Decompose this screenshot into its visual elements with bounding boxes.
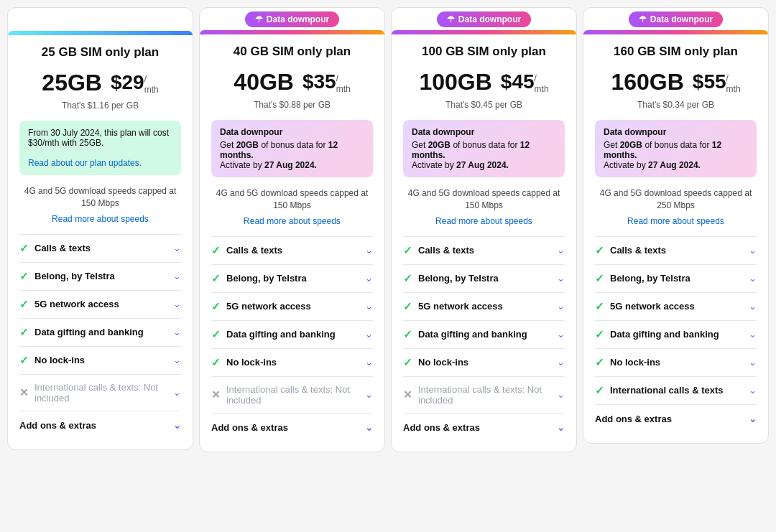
data-amount: 25GB <box>42 70 102 96</box>
feature-left: ✓ Calls & texts <box>211 244 282 257</box>
feature-label: Belong, by Telstra <box>418 273 499 284</box>
feature-item: ✓ Belong, by Telstra ⌄ <box>19 263 181 291</box>
chevron-down-icon[interactable]: ⌄ <box>365 273 373 284</box>
feature-left: ✓ 5G network access <box>595 300 695 313</box>
speed-link[interactable]: Read more about speeds <box>595 216 757 226</box>
addon-chevron-icon[interactable]: ⌄ <box>749 414 757 424</box>
chevron-down-icon[interactable]: ⌄ <box>365 301 373 312</box>
chevron-down-icon[interactable]: ⌄ <box>173 299 181 309</box>
chevron-down-icon[interactable]: ⌄ <box>749 273 757 284</box>
feature-left: ✓ 5G network access <box>211 300 311 313</box>
chevron-down-icon[interactable]: ⌄ <box>365 245 373 256</box>
speed-link[interactable]: Read more about speeds <box>403 216 565 226</box>
chevron-down-icon[interactable]: ⌄ <box>557 273 565 284</box>
plan-card-25gb: 25 GB SIM only plan 25GB $29 /mth That's… <box>7 7 193 450</box>
badge-container: ☂ Data downpour <box>583 8 768 31</box>
chevron-down-icon[interactable]: ⌄ <box>365 329 373 340</box>
addon-row[interactable]: Add ons & extras ⌄ <box>19 411 181 439</box>
check-icon: ✓ <box>595 356 604 369</box>
x-icon: ✕ <box>211 388 221 401</box>
promo-activate: Activate by 27 Aug 2024. <box>412 160 556 170</box>
chevron-down-icon[interactable]: ⌄ <box>173 327 181 337</box>
feature-left: ✓ Calls & texts <box>403 244 474 257</box>
feature-item: ✓ No lock-ins ⌄ <box>403 349 565 377</box>
chevron-down-icon[interactable]: ⌄ <box>749 329 757 340</box>
x-icon: ✕ <box>19 386 29 399</box>
chevron-down-icon[interactable]: ⌄ <box>173 243 181 253</box>
feature-item: ✓ 5G network access ⌄ <box>403 293 565 321</box>
price-row: 40GB $35 /mth <box>211 69 373 95</box>
check-icon: ✓ <box>211 244 221 257</box>
promo-title: Data downpour <box>220 127 364 137</box>
promo-title: Data downpour <box>604 127 748 137</box>
feature-left: ✕ International calls & texts: Not inclu… <box>19 382 173 403</box>
feature-left: ✓ 5G network access <box>19 298 119 311</box>
feature-item: ✓ Data gifting and banking ⌄ <box>19 319 181 347</box>
feature-item: ✕ International calls & texts: Not inclu… <box>403 377 565 414</box>
feature-label: International calls & texts: Not include… <box>226 384 365 406</box>
plan-card-100gb: ☂ Data downpour 100 GB SIM only plan 100… <box>391 7 577 452</box>
badge-container: ☂ Data downpour <box>200 8 384 31</box>
feature-left: ✓ Calls & texts <box>595 244 666 257</box>
features-list: ✓ Calls & texts ⌄ ✓ Belong, by Telstra ⌄… <box>19 234 181 411</box>
data-amount: 40GB <box>234 69 294 95</box>
plan-updates-link[interactable]: Read about our plan updates. <box>28 158 142 168</box>
speed-link[interactable]: Read more about speeds <box>211 216 373 226</box>
price-block: $45 /mth <box>501 70 549 94</box>
feature-left: ✓ Data gifting and banking <box>19 326 144 339</box>
feature-left: ✓ 5G network access <box>403 300 503 313</box>
feature-label: Data gifting and banking <box>226 329 336 340</box>
chevron-down-icon[interactable]: ⌄ <box>557 245 565 256</box>
plan-card-160gb: ☂ Data downpour 160 GB SIM only plan 160… <box>583 7 769 444</box>
feature-label: 5G network access <box>226 301 311 312</box>
chevron-down-icon[interactable]: ⌄ <box>173 387 181 398</box>
addon-row[interactable]: Add ons & extras ⌄ <box>211 414 373 442</box>
x-icon: ✕ <box>403 388 412 401</box>
per-gb: That's $0.88 per GB <box>211 100 373 110</box>
feature-item: ✓ 5G network access ⌄ <box>19 291 181 319</box>
feature-item: ✓ Data gifting and banking ⌄ <box>595 321 757 349</box>
chevron-down-icon[interactable]: ⌄ <box>557 301 565 312</box>
feature-left: ✓ Data gifting and banking <box>595 328 719 341</box>
chevron-down-icon[interactable]: ⌄ <box>749 301 757 312</box>
chevron-down-icon[interactable]: ⌄ <box>173 355 181 365</box>
addon-label: Add ons & extras <box>211 422 288 433</box>
check-icon: ✓ <box>403 328 412 341</box>
chevron-down-icon[interactable]: ⌄ <box>749 245 757 256</box>
feature-item: ✓ Calls & texts ⌄ <box>211 237 373 265</box>
price-row: 100GB $45 /mth <box>403 69 565 95</box>
feature-label: 5G network access <box>34 299 119 309</box>
price-block: $55 /mth <box>693 70 741 94</box>
addon-row[interactable]: Add ons & extras ⌄ <box>403 414 565 442</box>
check-icon: ✓ <box>595 328 604 341</box>
feature-label: 5G network access <box>610 301 695 312</box>
addon-chevron-icon[interactable]: ⌄ <box>365 422 373 433</box>
chevron-down-icon[interactable]: ⌄ <box>557 389 565 400</box>
chevron-down-icon[interactable]: ⌄ <box>365 389 373 400</box>
chevron-down-icon[interactable]: ⌄ <box>749 385 757 396</box>
addon-chevron-icon[interactable]: ⌄ <box>557 422 565 433</box>
price-dollar: $55 <box>693 70 726 93</box>
feature-item: ✓ No lock-ins ⌄ <box>19 347 181 375</box>
chevron-down-icon[interactable]: ⌄ <box>749 357 757 368</box>
chevron-down-icon[interactable]: ⌄ <box>557 357 565 368</box>
chevron-down-icon[interactable]: ⌄ <box>557 329 565 340</box>
feature-left: ✓ International calls & texts <box>595 384 724 397</box>
feature-left: ✓ No lock-ins <box>211 356 277 369</box>
notice-text: From 30 July 2024, this plan will cost $… <box>28 128 172 148</box>
promo-box: Data downpour Get 20GB of bonus data for… <box>595 120 757 177</box>
chevron-down-icon[interactable]: ⌄ <box>365 357 373 368</box>
feature-label: No lock-ins <box>418 357 468 368</box>
per-gb: That's $0.45 per GB <box>403 100 565 110</box>
badge-label: Data downpour <box>458 14 521 24</box>
addon-chevron-icon[interactable]: ⌄ <box>173 420 181 431</box>
chevron-down-icon[interactable]: ⌄ <box>173 271 181 281</box>
umbrella-icon: ☂ <box>639 14 647 24</box>
feature-item: ✓ Belong, by Telstra ⌄ <box>595 265 757 293</box>
promo-text: Get 20GB of bonus data for 12 months. <box>412 140 556 160</box>
addon-row[interactable]: Add ons & extras ⌄ <box>595 405 757 433</box>
price-dollar: $35 <box>302 70 336 93</box>
speed-link[interactable]: Read more about speeds <box>19 214 181 224</box>
feature-item: ✕ International calls & texts: Not inclu… <box>19 375 181 411</box>
card-body: 160 GB SIM only plan 160GB $55 /mth That… <box>583 34 768 443</box>
